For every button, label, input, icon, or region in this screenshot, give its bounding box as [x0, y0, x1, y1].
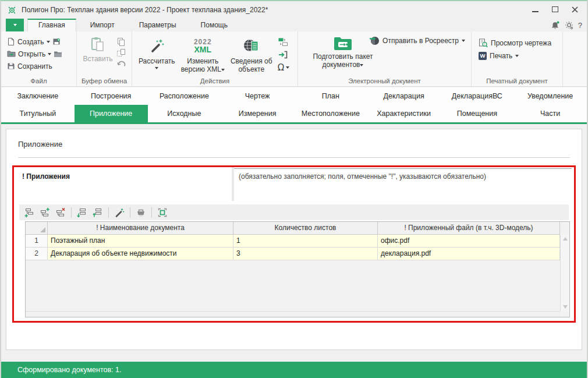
toolbar-separator	[130, 207, 130, 218]
change-xml-version-button[interactable]: 2022 XML Изменить версию XML	[178, 34, 228, 73]
attachments-table: ! Наименование документа Количество лист…	[25, 221, 570, 317]
autofill-wand-button[interactable]	[114, 207, 125, 218]
status-bar: Сформировано документов: 1.	[1, 362, 587, 378]
column-header-document-name[interactable]: ! Наименование документа	[48, 222, 233, 235]
globe-list-icon	[243, 38, 260, 54]
tab-kharakteristiki[interactable]: Характеристики	[367, 105, 441, 122]
attachments-field-label: ! Приложения	[22, 172, 70, 181]
dropdown-arrow-icon	[286, 66, 289, 69]
window-title: Полигон Про: Техплан здания версии 2022 …	[22, 6, 268, 14]
toolbar-separator	[108, 207, 109, 218]
arrow-into-box-icon	[278, 50, 288, 59]
attached-file-cell[interactable]: офис.pdf	[378, 235, 560, 248]
tab-izmereniya[interactable]: Измерения	[221, 105, 294, 122]
new-document-icon	[7, 37, 15, 46]
ribbon-group-file: Создать Открыть Сохранить Файл	[1, 31, 77, 86]
save-floppy-icon	[7, 62, 15, 70]
ribbon-tab-import[interactable]: Импорт	[80, 19, 125, 31]
move-row-up-button[interactable]	[93, 207, 103, 218]
vertical-scrollbar[interactable]	[560, 235, 569, 311]
paste-button[interactable]: Вставить	[83, 36, 113, 68]
sheet-count-cell[interactable]: 1	[233, 235, 378, 248]
table-header: ! Наименование документа Количество лист…	[26, 222, 569, 235]
tab-pomeshcheniya[interactable]: Помещения	[441, 105, 514, 122]
import-data-button[interactable]	[278, 49, 289, 61]
minimize-button[interactable]	[525, 1, 545, 17]
dropdown-arrow-icon	[360, 64, 363, 66]
delete-row-button[interactable]	[55, 207, 66, 218]
compare-versions-button[interactable]	[278, 36, 289, 48]
row-number-cell[interactable]: 1	[26, 235, 48, 248]
insert-row-button[interactable]	[40, 207, 50, 218]
tab-raspolozhenie[interactable]: Расположение	[148, 87, 221, 105]
tab-mestopolozhenie[interactable]: Местоположение	[294, 105, 367, 122]
save-button[interactable]: Сохранить	[7, 60, 76, 72]
object-info-button[interactable]: Сведения об объекте	[228, 34, 275, 73]
column-header-attached-file[interactable]: ! Приложенный файл (в т.ч. 3D-модель)	[378, 222, 560, 235]
move-row-down-button[interactable]	[77, 207, 87, 218]
ribbon-empty-area	[563, 31, 587, 86]
import-records-button[interactable]	[136, 207, 146, 218]
swap-rectangles-icon	[278, 37, 288, 47]
row-number-cell[interactable]: 2	[26, 248, 48, 260]
window-controls	[525, 1, 585, 17]
close-button[interactable]	[565, 1, 585, 17]
scroll-down-icon[interactable]	[563, 305, 568, 309]
paste-special-icon[interactable]	[116, 48, 126, 58]
notifications-bell-icon[interactable]	[551, 21, 560, 30]
dropdown-arrow-icon	[48, 53, 51, 55]
tab-iskhodnye[interactable]: Исходные	[148, 105, 221, 122]
group-label-clipboard: Буфер обмена	[77, 77, 132, 84]
horizontal-scrollbar[interactable]	[26, 311, 560, 317]
create-button[interactable]: Создать	[7, 36, 76, 48]
ribbon-tab-home[interactable]: Главная	[27, 19, 76, 31]
tab-chertezh[interactable]: Чертеж	[221, 87, 294, 105]
table-row: 2 Декларация об объекте недвижимости 3 д…	[26, 248, 569, 260]
app-menu-arrow-icon	[13, 24, 17, 26]
symbol-button[interactable]: Ω	[278, 62, 289, 73]
preview-drawing-button[interactable]: Просмотр чертежа	[479, 37, 562, 50]
tab-deklaratsiya-vs[interactable]: ДекларацияВС	[441, 87, 514, 105]
document-name-cell[interactable]: Поэтажный план	[48, 235, 233, 248]
help-question-icon[interactable]: ?	[578, 21, 582, 30]
print-button[interactable]: W Печать	[479, 50, 562, 62]
calculate-button[interactable]: Рассчитать	[136, 34, 178, 73]
tab-plan[interactable]: План	[294, 87, 367, 105]
scroll-up-icon[interactable]	[563, 237, 568, 241]
send-to-rosreestr-button[interactable]: Отправить в Росреестр	[369, 36, 465, 45]
copy-icon[interactable]	[116, 37, 126, 47]
new-project-icon	[52, 38, 61, 45]
ribbon-tab-strip: Главная Импорт Параметры Помощь	[1, 19, 587, 31]
folder-usb-icon	[333, 35, 353, 51]
maximize-button[interactable]	[545, 1, 565, 17]
attached-file-cell[interactable]: декларация.pdf	[378, 248, 560, 260]
add-row-button[interactable]	[24, 207, 34, 218]
ribbon: Создать Открыть Сохранить Файл	[1, 31, 587, 87]
tab-postroeniya[interactable]: Построения	[75, 87, 148, 105]
document-name-cell[interactable]: Декларация об объекте недвижимости	[48, 248, 233, 260]
omega-icon: Ω	[278, 62, 284, 73]
open-button[interactable]: Открыть	[7, 48, 76, 60]
paste-clipboard-icon	[89, 36, 107, 54]
tab-zaklyuchenie[interactable]: Заключение	[1, 87, 75, 105]
select-all-corner-cell[interactable]	[26, 222, 48, 235]
undo-icon[interactable]	[116, 59, 126, 68]
tab-chasti[interactable]: Части	[513, 105, 587, 122]
send-globe-icon	[369, 36, 380, 45]
tab-uvedomlenie[interactable]: Уведомление	[513, 87, 587, 105]
ribbon-tab-params[interactable]: Параметры	[129, 19, 187, 31]
ribbon-tab-help[interactable]: Помощь	[190, 19, 238, 31]
tab-deklaratsiya[interactable]: Декларация	[367, 87, 441, 105]
table-row: 1 Поэтажный план 1 офис.pdf	[26, 235, 569, 248]
expand-table-button[interactable]	[157, 207, 168, 218]
tab-prilozhenie[interactable]: Приложение	[75, 105, 148, 122]
app-menu-button[interactable]	[6, 19, 24, 31]
settings-gear-icon[interactable]	[565, 21, 573, 30]
column-header-sheet-count[interactable]: Количество листов	[233, 222, 378, 235]
ribbon-group-clipboard: Вставить Буфер обмена	[77, 31, 132, 86]
section-tab-strip: Заключение Построения Расположение Черте…	[1, 87, 587, 124]
tab-titulny[interactable]: Титульный	[1, 105, 75, 122]
corner-triangle-icon	[40, 227, 45, 232]
sheet-count-cell[interactable]: 3	[233, 248, 378, 260]
ribbon-group-print: Просмотр чертежа W Печать Печатный докум…	[472, 31, 563, 86]
